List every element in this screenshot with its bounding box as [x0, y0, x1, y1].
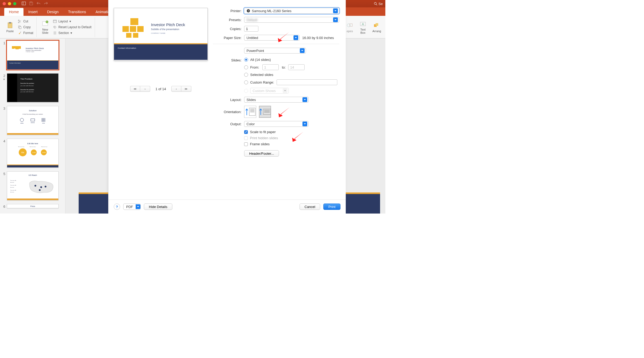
- slide-thumbnail-6[interactable]: Press: [7, 204, 59, 208]
- close-window-icon[interactable]: [3, 2, 6, 5]
- preview-subtitle: Subtitle of the presentation: [151, 28, 185, 31]
- help-button[interactable]: ?: [114, 204, 120, 210]
- qat-redo-icon[interactable]: [44, 1, 48, 6]
- slides-from-radio[interactable]: From: to:: [244, 64, 337, 70]
- svg-text:A: A: [362, 22, 364, 26]
- thumb-number: 2: [1, 73, 5, 78]
- search-icon: [374, 2, 377, 6]
- cut-button[interactable]: Cut: [17, 19, 34, 24]
- layout-select[interactable]: Slides: [244, 97, 309, 103]
- last-page-button[interactable]: ≫: [181, 86, 191, 92]
- arrow-up-icon: [259, 108, 262, 115]
- dialog-footer: ? PDF Hide Details Cancel Print: [108, 200, 346, 214]
- search-placeholder: Se: [378, 2, 383, 6]
- svg-point-28: [40, 186, 42, 188]
- papersize-select[interactable]: Untitled: [244, 35, 300, 41]
- copies-label: Copies:: [213, 27, 242, 31]
- clipboard-icon: [6, 22, 14, 29]
- arrange-button[interactable]: Arrang: [371, 19, 383, 35]
- svg-line-6: [376, 4, 377, 5]
- shapes-button[interactable]: apes: [344, 19, 355, 35]
- page-indicator: 1 of 14: [155, 87, 166, 91]
- header-footer-button[interactable]: Header/Footer...: [244, 150, 279, 157]
- tab-design[interactable]: Design: [42, 8, 63, 16]
- output-label: Output:: [213, 122, 242, 126]
- pdf-dropdown-button[interactable]: PDF: [123, 204, 141, 210]
- thumb-number: 4: [1, 139, 5, 143]
- to-input[interactable]: [288, 64, 305, 70]
- scale-to-fit-checkbox[interactable]: Scale to fit paper: [244, 130, 339, 134]
- format-painter-button[interactable]: Format: [17, 31, 34, 35]
- hide-details-button[interactable]: Hide Details: [144, 204, 172, 210]
- slide-thumbnail-3[interactable]: Solution A brief line describing your so…: [7, 106, 59, 135]
- preview-footer: Contact Information: [118, 47, 136, 49]
- map-icon: [27, 178, 56, 196]
- paste-button[interactable]: Paste: [5, 21, 15, 34]
- svg-rect-12: [19, 27, 21, 29]
- slides-custom-range-radio[interactable]: Custom Range:: [244, 79, 337, 85]
- svg-rect-0: [22, 2, 26, 5]
- arrow-up-icon: [245, 108, 248, 116]
- qat-undo-icon[interactable]: [36, 1, 41, 6]
- zoom-window-icon[interactable]: [13, 2, 16, 5]
- prev-page-button[interactable]: ‹: [140, 86, 150, 92]
- qat-save-icon[interactable]: [29, 1, 33, 6]
- print-button[interactable]: Print: [323, 204, 340, 210]
- papersize-dims: 16.00 by 9.00 inches: [302, 36, 334, 40]
- new-slide-icon: +: [41, 20, 49, 27]
- copy-button[interactable]: Copy: [17, 25, 34, 30]
- slides-label: Slides:: [213, 58, 242, 62]
- from-input[interactable]: [262, 64, 279, 70]
- papersize-label: Paper Size:: [213, 36, 242, 40]
- layout-button[interactable]: Layout ▾: [52, 19, 92, 24]
- svg-rect-26: [376, 23, 378, 26]
- printer-select[interactable]: Samsung ML-2160 Series: [244, 8, 339, 14]
- reset-layout-button[interactable]: Reset Layout to Default: [52, 25, 92, 30]
- slide-thumbnails-panel[interactable]: 1 Investor Pitch Deck S: [0, 38, 65, 214]
- svg-point-27: [35, 185, 36, 187]
- minimize-window-icon[interactable]: [8, 2, 11, 5]
- svg-point-29: [45, 186, 46, 188]
- cancel-button[interactable]: Cancel: [300, 204, 320, 210]
- next-page-button[interactable]: ›: [171, 86, 181, 92]
- tab-insert[interactable]: Insert: [23, 8, 42, 16]
- svg-point-5: [374, 2, 376, 4]
- new-slide-button[interactable]: + New Slide: [40, 19, 50, 35]
- textbox-icon: A: [359, 20, 367, 27]
- presets-label: Presets:: [213, 18, 242, 22]
- slide-thumbnail-4[interactable]: Edit title here Edit text hereEdit text …: [7, 139, 59, 168]
- reset-icon: [53, 25, 57, 29]
- new-slide-label: New Slide: [42, 28, 48, 34]
- slides-selected-radio[interactable]: Selected slides: [244, 73, 337, 77]
- slide-thumbnail-1[interactable]: Investor Pitch Deck Subtitle of the pres…: [7, 41, 59, 70]
- copy-icon: [18, 25, 22, 29]
- slide-thumbnail-2[interactable]: The Problem Describe the problem you can…: [7, 73, 59, 102]
- app-section-select[interactable]: PowerPoint: [244, 48, 306, 54]
- paintbrush-icon: [18, 31, 22, 35]
- section-icon: [53, 31, 57, 35]
- layout-icon: [53, 20, 57, 23]
- svg-point-30: [39, 189, 41, 191]
- tab-transitions[interactable]: Transitions: [63, 8, 91, 16]
- frame-slides-checkbox[interactable]: Frame slides: [244, 142, 339, 146]
- slides-all-radio[interactable]: All (14 slides): [244, 58, 337, 62]
- orientation-landscape-button[interactable]: [259, 106, 271, 118]
- copies-input[interactable]: [244, 26, 258, 32]
- orientation-portrait-button[interactable]: [244, 106, 256, 118]
- custom-range-input[interactable]: [277, 79, 337, 85]
- presets-select[interactable]: Default: [244, 17, 339, 23]
- arrange-icon: [373, 22, 380, 29]
- section-button[interactable]: Section ▾: [52, 31, 92, 35]
- svg-rect-16: [53, 20, 56, 23]
- output-select[interactable]: Color: [244, 121, 309, 127]
- first-page-button[interactable]: ≪: [130, 86, 140, 92]
- thumb-number: 1: [1, 41, 5, 45]
- search-field[interactable]: Se: [374, 2, 383, 6]
- thumb-number: 6: [1, 204, 5, 209]
- thumb-number: 3: [1, 106, 5, 110]
- qat-template-icon[interactable]: [22, 1, 26, 6]
- slide-thumbnail-5[interactable]: US Reach You can editthis text You can e…: [7, 171, 59, 200]
- textbox-button[interactable]: A Text Box: [358, 19, 368, 35]
- tab-home[interactable]: Home: [4, 8, 23, 16]
- star-icon: ★: [1, 78, 5, 81]
